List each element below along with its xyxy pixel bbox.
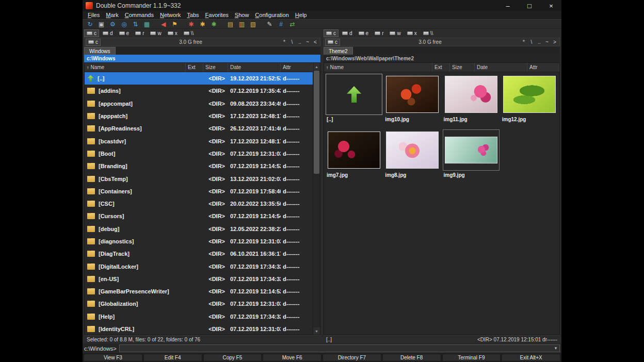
function-key-button[interactable]: Exit Alt+X bbox=[502, 354, 560, 361]
drive-button[interactable]: c bbox=[324, 29, 339, 37]
thumbnail-cell[interactable]: img8.jpg bbox=[383, 129, 441, 182]
refresh-icon[interactable]: ↻ bbox=[85, 20, 95, 28]
drive-button[interactable]: d bbox=[340, 29, 355, 37]
close-button[interactable]: × bbox=[542, 0, 560, 11]
column-header-attr[interactable]: Attr bbox=[281, 63, 313, 72]
menu-item[interactable]: Show bbox=[232, 11, 252, 19]
menu-item[interactable]: Tabs bbox=[184, 11, 202, 19]
thumbnail-cell[interactable]: img11.jpg bbox=[442, 73, 500, 126]
nav-button[interactable]: * bbox=[281, 39, 288, 46]
column-header-size[interactable]: Size bbox=[203, 63, 228, 72]
drive-button[interactable]: r bbox=[133, 29, 147, 37]
swap-panels-icon[interactable]: ⇅ bbox=[130, 20, 141, 28]
menu-item[interactable]: Configuration bbox=[252, 11, 292, 19]
[Containers][interactable]: [Containers] <DIR> 07.12.2019 17:58:40 d… bbox=[85, 185, 313, 198]
nav-button[interactable]: > bbox=[551, 39, 558, 46]
column-header-attr[interactable]: Attr bbox=[527, 63, 559, 72]
chevron-down-icon[interactable]: ▾ bbox=[552, 346, 559, 351]
[CSC][interactable]: [CSC] <DIR> 20.02.2022 13:35:56 d------- bbox=[85, 198, 313, 210]
[apppatch][interactable]: [apppatch] <DIR> 17.12.2023 12:48:17 d--… bbox=[85, 110, 313, 122]
function-key-button[interactable]: Edit F4 bbox=[143, 354, 202, 361]
tab-windows[interactable]: Windows bbox=[84, 47, 116, 55]
drive-button[interactable]: c bbox=[84, 29, 99, 37]
current-drive-button[interactable]: c bbox=[325, 39, 340, 46]
[CbsTemp][interactable]: [CbsTemp] <DIR> 13.12.2023 21:02:03 d---… bbox=[85, 172, 313, 185]
network-disconnect-icon[interactable]: ✱ bbox=[197, 20, 208, 28]
menu-item[interactable]: Files bbox=[85, 11, 103, 19]
left-path-bar[interactable]: c:\Windows bbox=[84, 55, 320, 62]
[diagnostics][interactable]: [diagnostics] <DIR> 07.12.2019 12:31:03 … bbox=[85, 235, 313, 248]
column-header-date[interactable]: Date bbox=[475, 63, 527, 72]
[Branding][interactable]: [Branding] <DIR> 07.12.2019 12:14:52 d--… bbox=[85, 160, 313, 172]
drive-button[interactable]: e bbox=[356, 29, 372, 37]
column-header-ext[interactable]: Ext bbox=[186, 63, 203, 72]
verify-archive-icon[interactable]: ▧ bbox=[248, 20, 259, 28]
[en-US][interactable]: [en-US] <DIR> 07.12.2019 17:34:32 d-----… bbox=[85, 273, 313, 285]
[Help][interactable]: [Help] <DIR> 07.12.2019 17:34:32 d------… bbox=[85, 310, 313, 323]
scrollbar-thumb[interactable] bbox=[314, 71, 319, 174]
scrollbar-track[interactable] bbox=[313, 70, 320, 327]
minimize-button[interactable]: – bbox=[498, 0, 517, 11]
nav-button[interactable]: .. bbox=[296, 39, 303, 46]
find-files-icon[interactable]: ◎ bbox=[119, 20, 130, 28]
drive-button[interactable]: \\ bbox=[421, 29, 436, 37]
function-key-button[interactable]: Delete F8 bbox=[382, 354, 441, 361]
thumbnail-cell[interactable]: img9.jpg bbox=[442, 129, 500, 182]
scroll-down-icon[interactable]: ▼ bbox=[313, 327, 320, 335]
maximize-button[interactable]: □ bbox=[520, 0, 539, 11]
edit-icon[interactable]: ✎ bbox=[264, 20, 275, 28]
drive-button[interactable]: d bbox=[100, 29, 116, 37]
column-header-ext[interactable]: Ext bbox=[432, 63, 450, 72]
sync-dirs-icon[interactable]: ⇄ bbox=[287, 20, 298, 28]
drive-button[interactable]: x bbox=[405, 29, 420, 37]
[addins][interactable]: [addins] <DIR> 07.12.2019 17:35:43 d----… bbox=[85, 85, 313, 97]
[GameBarPresenceWriter][interactable]: [GameBarPresenceWriter] <DIR> 07.12.2019… bbox=[85, 285, 313, 298]
terminal-icon[interactable]: ▣ bbox=[96, 20, 107, 28]
column-header-date[interactable]: Date bbox=[228, 63, 281, 72]
column-header-size[interactable]: Size bbox=[450, 63, 475, 72]
drive-button[interactable]: e bbox=[117, 29, 132, 37]
function-key-button[interactable]: View F3 bbox=[84, 354, 142, 361]
nav-button[interactable]: ~ bbox=[543, 39, 551, 46]
flag-icon[interactable]: ⚑ bbox=[169, 20, 180, 28]
drive-button[interactable]: \\ bbox=[181, 29, 197, 37]
column-header-name[interactable]: ↑ Name bbox=[324, 63, 432, 72]
multi-rename-icon[interactable]: # bbox=[276, 20, 286, 28]
thumbnail-cell[interactable]: [..] bbox=[325, 73, 383, 126]
options-icon[interactable]: ⚙ bbox=[107, 20, 118, 28]
copy-left-icon[interactable]: ◀ bbox=[158, 20, 169, 28]
current-drive-button[interactable]: c bbox=[86, 39, 101, 46]
scroll-up-icon[interactable]: ▲ bbox=[313, 63, 320, 70]
vertical-scrollbar[interactable]: ▲ ▼ bbox=[313, 63, 320, 335]
menu-item[interactable]: Network bbox=[157, 11, 184, 19]
menu-item[interactable]: Mark bbox=[103, 11, 121, 19]
nav-button[interactable]: < bbox=[312, 39, 319, 46]
[..][interactable]: [..] <DIR> 19.12.2023 21:52:53 d------- bbox=[85, 72, 313, 85]
[DiagTrack][interactable]: [DiagTrack] <DIR> 06.10.2021 16:36:17 d-… bbox=[85, 248, 313, 260]
nav-button[interactable]: \ bbox=[528, 39, 535, 46]
[Globalization][interactable]: [Globalization] <DIR> 07.12.2019 12:31:0… bbox=[85, 298, 313, 310]
nav-button[interactable]: ~ bbox=[304, 39, 311, 46]
nav-button[interactable]: \ bbox=[288, 39, 296, 46]
menu-item[interactable]: Commands bbox=[122, 11, 157, 19]
menu-item[interactable]: Help bbox=[292, 11, 310, 19]
nav-button[interactable]: * bbox=[520, 39, 527, 46]
drive-button[interactable]: r bbox=[372, 29, 386, 37]
network-share-icon[interactable]: ✱ bbox=[208, 20, 219, 28]
pack-icon[interactable]: ▤ bbox=[225, 20, 236, 28]
command-input[interactable]: ▾ bbox=[119, 344, 560, 352]
function-key-button[interactable]: Directory F7 bbox=[323, 354, 381, 361]
nav-button[interactable]: .. bbox=[536, 39, 543, 46]
drive-button[interactable]: w bbox=[148, 29, 164, 37]
menu-item[interactable]: Favorites bbox=[202, 11, 232, 19]
[appcompat][interactable]: [appcompat] <DIR> 09.08.2023 23:34:49 d-… bbox=[85, 97, 313, 110]
network-connect-icon[interactable]: ✱ bbox=[186, 20, 197, 28]
function-key-button[interactable]: Terminal F9 bbox=[442, 354, 501, 361]
[AppReadiness][interactable]: [AppReadiness] <DIR> 26.12.2023 17:41:40… bbox=[85, 122, 313, 135]
thumbnail-cell[interactable]: img12.jpg bbox=[501, 73, 558, 126]
drive-button[interactable]: w bbox=[387, 29, 403, 37]
tab-theme2[interactable]: Theme2 bbox=[324, 47, 353, 55]
compare-icon[interactable]: ▦ bbox=[141, 20, 152, 28]
[Cursors][interactable]: [Cursors] <DIR> 07.12.2019 12:14:54 d---… bbox=[85, 210, 313, 222]
function-key-button[interactable]: Move F6 bbox=[263, 354, 321, 361]
